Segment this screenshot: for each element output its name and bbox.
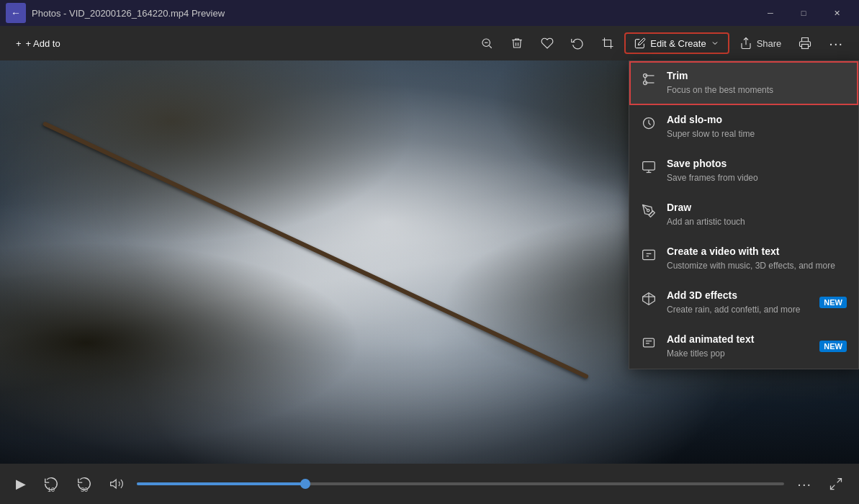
draw-title: Draw <box>667 202 847 213</box>
save-photos-title: Save photos <box>667 158 847 169</box>
share-label: Share <box>757 38 782 49</box>
animated-text-text: Add animated text Make titles pop <box>667 333 809 359</box>
3d-effects-desc: Create rain, add confetti, and more <box>667 305 800 315</box>
window-title: Photos - VID_20200126_164220.mp4 Preview <box>32 8 748 19</box>
animated-text-title: Add animated text <box>667 333 809 345</box>
menu-item-draw[interactable]: Draw Add an artistic touch <box>629 193 858 237</box>
back-icon: ← <box>11 7 21 19</box>
slo-mo-text: Add slo-mo Super slow to real time <box>667 114 847 140</box>
volume-button[interactable] <box>105 474 128 494</box>
slo-mo-icon <box>641 115 657 131</box>
edit-create-label: Edit & Create <box>650 38 706 49</box>
video-text-text: Create a video with text Customize with … <box>667 246 847 271</box>
zoom-out-button[interactable] <box>473 32 500 54</box>
draw-desc: Add an artistic touch <box>667 217 745 227</box>
trim-desc: Focus on the best moments <box>667 85 773 95</box>
add-to-label: + Add to <box>26 38 60 49</box>
3d-effects-new-badge: NEW <box>819 297 847 308</box>
title-bar: ← Photos - VID_20200126_164220.mp4 Previ… <box>0 0 859 26</box>
more-options-button[interactable]: ··· <box>822 31 850 56</box>
video-text-title: Create a video with text <box>667 246 847 257</box>
heart-icon <box>541 37 554 50</box>
save-photos-text: Save photos Save frames from video <box>667 158 847 184</box>
animated-text-desc: Make titles pop <box>667 348 725 359</box>
close-button[interactable]: ✕ <box>820 0 853 26</box>
delete-icon <box>511 37 523 50</box>
toolbar: + + Add to Edit & Create Share ··· <box>0 26 859 60</box>
play-button[interactable]: ▶ <box>12 473 30 495</box>
rotate-icon <box>571 37 584 50</box>
delete-button[interactable] <box>503 32 531 54</box>
fullscreen-icon <box>829 477 843 491</box>
chevron-down-icon <box>711 39 719 48</box>
animated-text-icon <box>641 335 657 351</box>
volume-icon <box>109 477 124 491</box>
svg-rect-19 <box>644 338 655 347</box>
crop-icon <box>601 37 614 50</box>
fullscreen-button[interactable] <box>824 474 847 494</box>
3d-effects-title: Add 3D effects <box>667 289 809 301</box>
save-photos-desc: Save frames from video <box>667 173 758 183</box>
favorite-button[interactable] <box>534 32 561 54</box>
zoom-out-icon <box>480 37 493 50</box>
draw-icon <box>641 203 657 219</box>
3d-effects-icon <box>641 291 657 307</box>
print-icon <box>799 37 811 50</box>
svg-rect-15 <box>643 250 655 259</box>
menu-item-3d-effects[interactable]: Add 3D effects Create rain, add confetti… <box>629 281 858 325</box>
add-icon: + <box>16 38 22 49</box>
main-area: Trim Focus on the best moments Add slo-m… <box>0 60 859 464</box>
trim-text: Trim Focus on the best moments <box>667 70 847 96</box>
svg-marker-20 <box>111 480 117 488</box>
progress-knob[interactable] <box>300 479 310 489</box>
video-text-icon <box>641 247 657 263</box>
maximize-button[interactable]: □ <box>787 0 820 26</box>
edit-create-dropdown: Trim Focus on the best moments Add slo-m… <box>629 60 859 369</box>
video-text-desc: Customize with music, 3D effects, and mo… <box>667 261 835 271</box>
animated-text-new-badge: NEW <box>819 341 847 352</box>
minimize-button[interactable]: ─ <box>754 0 787 26</box>
svg-rect-4 <box>802 45 809 49</box>
bottom-more-icon: ··· <box>797 476 811 492</box>
add-to-button[interactable]: + + Add to <box>9 34 68 53</box>
trim-title: Trim <box>667 70 847 81</box>
back-button[interactable]: ← <box>6 3 26 23</box>
edit-icon <box>634 37 646 49</box>
replay10-label: 10 <box>48 486 55 493</box>
bottom-more-button[interactable]: ··· <box>793 473 816 495</box>
menu-item-animated-text[interactable]: Add animated text Make titles pop NEW <box>629 325 858 369</box>
svg-point-14 <box>647 210 649 212</box>
menu-item-save-photos[interactable]: Save photos Save frames from video <box>629 149 858 193</box>
svg-line-1 <box>490 45 492 48</box>
progress-fill <box>137 482 305 485</box>
svg-line-21 <box>837 479 842 483</box>
3d-effects-text: Add 3D effects Create rain, add confetti… <box>667 289 809 315</box>
menu-item-slo-mo[interactable]: Add slo-mo Super slow to real time <box>629 105 858 149</box>
trim-icon <box>641 71 657 87</box>
more-icon: ··· <box>829 35 843 52</box>
svg-rect-11 <box>643 162 655 171</box>
window-controls: ─ □ ✕ <box>754 0 853 26</box>
bottom-controls: ▶ 10 30 ··· <box>0 464 859 504</box>
play-icon: ▶ <box>16 476 26 492</box>
slo-mo-desc: Super slow to real time <box>667 129 755 139</box>
svg-line-22 <box>831 485 835 490</box>
menu-item-trim[interactable]: Trim Focus on the best moments <box>629 61 858 105</box>
slo-mo-title: Add slo-mo <box>667 114 847 125</box>
save-photos-icon <box>641 159 657 175</box>
replay10-button[interactable]: 10 <box>39 473 63 495</box>
edit-create-button[interactable]: Edit & Create <box>624 32 729 54</box>
draw-text: Draw Add an artistic touch <box>667 202 847 228</box>
rotate-button[interactable] <box>564 32 591 54</box>
replay30-button[interactable]: 30 <box>72 473 96 495</box>
crop-button[interactable] <box>594 32 621 54</box>
share-icon <box>739 37 752 50</box>
menu-item-video-text[interactable]: Create a video with text Customize with … <box>629 237 858 281</box>
replay30-label: 30 <box>81 486 88 493</box>
share-button[interactable]: Share <box>732 32 789 54</box>
print-button[interactable] <box>791 32 819 54</box>
progress-bar[interactable] <box>137 482 784 485</box>
